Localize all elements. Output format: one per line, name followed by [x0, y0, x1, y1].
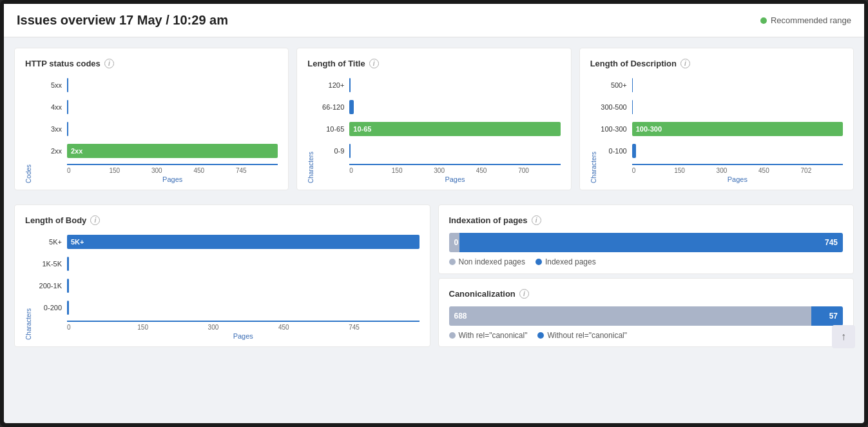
bar-track-10-65: 10-65 — [349, 122, 560, 136]
http-status-info-icon[interactable]: i — [104, 59, 114, 68]
length-title-info-icon[interactable]: i — [369, 59, 379, 68]
bar-label-4xx: 4xx — [35, 103, 67, 111]
length-body-x-label: Pages — [233, 332, 253, 340]
x-tick-lt-0: 0 — [349, 167, 391, 174]
with-canonical-legend-dot — [449, 332, 456, 339]
with-canonical-value: 688 — [454, 312, 467, 321]
with-canonical-segment: 688 — [449, 306, 812, 326]
http-status-y-label: Codes — [25, 164, 32, 183]
length-desc-x-axis: 0 150 300 450 702 — [632, 164, 843, 174]
length-title-x-axis: 0 150 300 450 700 — [349, 164, 560, 174]
bar-track-0-100 — [632, 144, 843, 158]
bar-fill-3xx — [67, 122, 68, 136]
http-status-x-axis: 0 150 300 450 745 — [67, 164, 278, 174]
canonicalization-stacked-bar: 688 57 — [449, 306, 844, 326]
outer-frame: Issues overview 17 May / 10:29 am Recomm… — [0, 0, 868, 427]
bar-row-100-300: 100-300 100-300 — [600, 120, 843, 138]
bar-track-100-300: 100-300 — [632, 122, 843, 136]
main-container: Issues overview 17 May / 10:29 am Recomm… — [4, 4, 864, 423]
bar-row-200-1k: 200-1K — [35, 277, 420, 295]
bar-label-2xx: 2xx — [35, 147, 67, 155]
bar-label-5kplus: 5K+ — [35, 238, 67, 246]
x-tick-lt-150: 150 — [392, 167, 434, 174]
x-tick-lb-150: 150 — [137, 324, 207, 331]
x-tick-150: 150 — [109, 167, 151, 174]
x-tick-ld-0: 0 — [632, 167, 674, 174]
indexation-chart: Indexation of pages i 0 745 — [438, 204, 854, 274]
bar-label-5xx: 5xx — [35, 81, 67, 89]
bar-fill-100-300: 100-300 — [632, 122, 843, 136]
length-description-y-label: Characters — [590, 152, 597, 183]
indexed-legend-label: Indexed pages — [545, 257, 596, 266]
length-desc-x-label-row: Pages — [632, 175, 843, 183]
bar-fill-300-500 — [632, 100, 633, 114]
bar-fill-0-200 — [67, 301, 69, 315]
length-title-inner: 120+ 66-120 10-65 — [317, 76, 560, 183]
bar-row-300-500: 300-500 — [600, 98, 843, 116]
bar-value-10-65: 10-65 — [353, 125, 371, 133]
bar-fill-5xx — [67, 78, 68, 92]
bar-row-120plus: 120+ — [317, 76, 560, 94]
indexed-segment: 745 — [459, 233, 844, 252]
bar-fill-4xx — [67, 100, 68, 114]
x-tick-lb-745: 745 — [349, 324, 419, 331]
length-body-info-icon[interactable]: i — [90, 215, 100, 225]
length-body-x-axis: 0 150 300 450 745 — [67, 321, 420, 331]
right-charts-column: Indexation of pages i 0 745 — [434, 201, 858, 351]
length-body-title: Length of Body i — [25, 215, 420, 225]
bar-value-100-300: 100-300 — [636, 125, 662, 133]
non-indexed-legend-label: Non indexed pages — [459, 257, 525, 266]
bar-fill-66-120 — [349, 100, 354, 114]
http-status-title: HTTP status codes i — [25, 59, 278, 68]
x-tick-ld-450: 450 — [758, 167, 800, 174]
bar-track-2xx: 2xx — [67, 144, 278, 158]
indexation-info-icon[interactable]: i — [532, 215, 541, 225]
bar-fill-200-1k — [67, 279, 69, 293]
length-title-y-label: Characters — [307, 152, 314, 183]
bar-row-0-100: 0-100 — [600, 142, 843, 160]
bar-label-3xx: 3xx — [35, 125, 67, 133]
top-charts-grid: HTTP status codes i Codes 5xx 4xx — [4, 37, 864, 201]
length-body-x-label-row: Pages — [67, 332, 420, 340]
bar-row-500plus: 500+ — [600, 76, 843, 94]
bar-fill-120plus — [349, 78, 351, 92]
length-title-x-label: Pages — [445, 175, 465, 183]
bar-label-500plus: 500+ — [600, 81, 632, 89]
bar-row-5xx: 5xx — [35, 76, 278, 94]
x-tick-300: 300 — [151, 167, 193, 174]
bar-row-10-65: 10-65 10-65 — [317, 120, 560, 138]
x-tick-ld-300: 300 — [717, 167, 758, 174]
x-tick-ld-702: 702 — [801, 167, 843, 174]
canonicalization-title: Canonicalization i — [449, 289, 844, 299]
non-indexed-segment: 0 — [449, 233, 459, 252]
canonicalization-legend: With rel="canonical" Without rel="canoni… — [449, 331, 844, 340]
bar-fill-2xx: 2xx — [67, 144, 278, 158]
length-body-y-label: Characters — [25, 308, 32, 340]
bottom-charts-wrapper: Length of Body i Characters 5K+ 5K+ — [4, 201, 864, 357]
bar-label-100-300: 100-300 — [600, 125, 632, 133]
bar-track-66-120 — [349, 100, 560, 114]
bar-track-120plus — [349, 78, 560, 92]
indexed-value: 745 — [825, 238, 838, 247]
bar-fill-0-100 — [632, 144, 637, 158]
bar-row-4xx: 4xx — [35, 98, 278, 116]
bar-fill-1k-5k — [67, 257, 69, 271]
bar-label-300-500: 300-500 — [600, 103, 632, 111]
bar-label-0-200: 0-200 — [35, 304, 67, 312]
length-description-info-icon[interactable]: i — [680, 59, 690, 68]
non-indexed-legend-item: Non indexed pages — [449, 257, 525, 266]
bar-label-1k-5k: 1K-5K — [35, 260, 67, 268]
scroll-to-top-button[interactable]: ↑ — [832, 325, 855, 348]
x-tick-lb-0: 0 — [67, 324, 137, 331]
bar-fill-0-9 — [349, 144, 351, 158]
x-tick-450: 450 — [193, 167, 235, 174]
length-description-chart: Length of Description i Characters 500+ — [579, 48, 854, 190]
x-tick-ld-150: 150 — [674, 167, 716, 174]
x-tick-0: 0 — [67, 167, 109, 174]
canonicalization-info-icon[interactable]: i — [519, 289, 529, 299]
without-canonical-segment: 57 — [811, 306, 843, 326]
length-body-inner: 5K+ 5K+ 1K-5K — [35, 233, 420, 340]
indexation-title: Indexation of pages i — [449, 215, 844, 225]
bar-track-0-9 — [349, 144, 560, 158]
bar-track-200-1k — [67, 279, 420, 293]
